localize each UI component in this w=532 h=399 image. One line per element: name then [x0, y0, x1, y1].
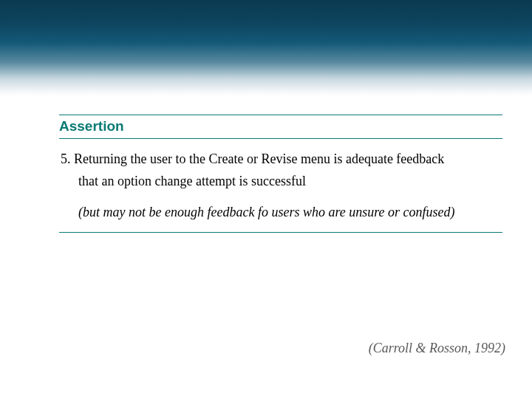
assertion-body: 5. Returning the user to the Create or R… — [59, 149, 502, 233]
item-number: 5. — [61, 151, 71, 166]
line1-text: Returning the user to the Create or Revi… — [74, 151, 444, 166]
assertion-note: (but may not be enough feedback fo users… — [61, 202, 502, 223]
assertion-line-2: that an option change attempt is success… — [61, 171, 502, 192]
section-title: Assertion — [59, 115, 502, 139]
header-banner — [0, 0, 532, 96]
citation: (Carroll & Rosson, 1992) — [369, 341, 505, 356]
assertion-line-1: 5. Returning the user to the Create or R… — [61, 149, 502, 170]
content-area: Assertion 5. Returning the user to the C… — [59, 115, 502, 233]
